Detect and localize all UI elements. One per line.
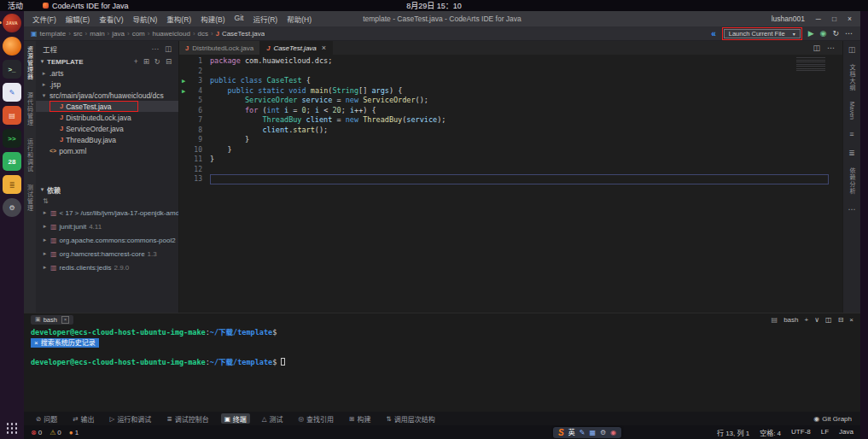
problems-errors[interactable]: ⊗ 0 bbox=[31, 429, 42, 436]
tree-item-pom.xml[interactable]: <>pom.xml bbox=[36, 145, 178, 156]
ime-logo[interactable]: S bbox=[558, 429, 564, 437]
editor-tab-CaseTest.java[interactable]: JCaseTest.java× bbox=[260, 41, 333, 55]
launch-config-dropdown[interactable]: Launch Current File ▾ bbox=[724, 29, 801, 38]
right-more-icon[interactable]: ⋯ bbox=[848, 205, 856, 214]
new-terminal-icon[interactable]: + bbox=[805, 316, 809, 324]
breadcrumb-item-template[interactable]: template bbox=[40, 30, 67, 38]
secondary-panel-icon[interactable]: ◫ bbox=[848, 45, 856, 54]
shell-selector[interactable]: bash bbox=[784, 316, 798, 324]
structure-icon[interactable]: ≡ bbox=[849, 130, 853, 138]
dock-firefox[interactable] bbox=[3, 37, 21, 56]
more-actions-icon[interactable]: ⋯ bbox=[151, 44, 159, 53]
collapse-chevron-icon[interactable]: « bbox=[711, 29, 716, 38]
panel-tab-test[interactable]: △测试 bbox=[259, 413, 287, 424]
dependency-item[interactable]: ▸▥org.apache.commons:commons-pool22.4.3 bbox=[36, 233, 178, 247]
kill-terminal-icon[interactable]: ⊟ bbox=[838, 316, 844, 324]
tree-item-.arts[interactable]: ▸.arts bbox=[36, 67, 178, 79]
collapse-all-icon[interactable]: ⊟ bbox=[166, 57, 172, 66]
terminal-dropdown-icon[interactable]: ∨ bbox=[814, 316, 819, 324]
ime-settings-icon[interactable]: ⚙ bbox=[600, 430, 606, 436]
split-terminal-icon[interactable]: ◫ bbox=[825, 316, 832, 324]
close-panel-icon[interactable]: × bbox=[849, 316, 853, 324]
breadcrumb-item-huaweicloud[interactable]: huaweicloud bbox=[152, 30, 189, 38]
breadcrumb-item-src[interactable]: src bbox=[73, 30, 83, 38]
dependency-item[interactable]: ▸▥< 17 > /usr/lib/jvm/java-17-openjdk-am… bbox=[36, 206, 178, 220]
menu-查看(V)[interactable]: 查看(V) bbox=[99, 14, 123, 24]
minimize-button[interactable]: ─ bbox=[816, 15, 821, 23]
more-run-actions-icon[interactable]: ⋯ bbox=[845, 30, 853, 38]
activity-tab-源代码管理[interactable]: 源代码管理 bbox=[25, 92, 36, 126]
dock-settings[interactable]: ⚙ bbox=[3, 198, 21, 217]
system-clock[interactable]: 8月29日 15：10 bbox=[406, 0, 462, 11]
focused-app-indicator[interactable]: CodeArts IDE for Java bbox=[43, 2, 129, 10]
more-editor-actions-icon[interactable]: ⋯ bbox=[827, 44, 835, 52]
dock-files[interactable]: ▤ bbox=[3, 106, 21, 125]
menu-文件(F)[interactable]: 文件(F) bbox=[32, 14, 56, 24]
status-eol[interactable]: LF bbox=[821, 428, 829, 437]
collapse-panel-icon[interactable]: ◫ bbox=[165, 44, 172, 53]
breadcrumb-item-main[interactable]: main bbox=[90, 30, 104, 38]
dock-text-editor[interactable]: ✎ bbox=[3, 83, 21, 102]
menu-帮助(H)[interactable]: 帮助(H) bbox=[287, 14, 312, 24]
git-graph-button[interactable]: ◉ Git Graph bbox=[813, 415, 860, 423]
problems-info[interactable]: ● 1 bbox=[69, 429, 79, 436]
user-account[interactable]: lushan001 bbox=[772, 15, 805, 23]
panel-tab-build[interactable]: ⊞构建 bbox=[346, 413, 374, 424]
activity-tab-运行和调试[interactable]: 运行和调试 bbox=[25, 138, 36, 173]
tree-item-DistributedLock.java[interactable]: JDistributedLock.java bbox=[36, 112, 178, 123]
panel-tab-debug-console[interactable]: ≣调试控制台 bbox=[163, 413, 212, 424]
dock-codearts-ide[interactable]: JAVA bbox=[3, 14, 21, 32]
panel-tab-run-debug[interactable]: ▷运行和调试 bbox=[107, 413, 155, 424]
status-line-col[interactable]: 行 13, 列 1 bbox=[717, 428, 749, 437]
minimap[interactable] bbox=[796, 57, 825, 71]
run-button[interactable]: ▶ bbox=[808, 30, 814, 38]
list-icon[interactable]: ≣ bbox=[848, 149, 855, 157]
breadcrumb-item-CaseTest.java[interactable]: CaseTest.java bbox=[222, 30, 265, 38]
activity-tab-资源管理器[interactable]: 资源管理器 bbox=[25, 46, 36, 80]
dock-notes[interactable]: ≣ bbox=[3, 175, 21, 194]
refresh-icon[interactable]: ↻ bbox=[154, 57, 160, 66]
panel-tab-terminal[interactable]: ▣终端 bbox=[221, 413, 250, 424]
breadcrumb-item-java[interactable]: java bbox=[112, 30, 125, 38]
new-file-icon[interactable]: + bbox=[134, 57, 138, 66]
editor-tab-DistributedLock.java[interactable]: JDistributedLock.java bbox=[179, 41, 260, 55]
breadcrumb-item-dcs[interactable]: dcs bbox=[198, 30, 208, 38]
debug-button[interactable]: ◉ bbox=[820, 30, 827, 38]
tree-item-ThreadBuy.java[interactable]: JThreadBuy.java bbox=[36, 134, 178, 145]
tree-item-src/main/java/com/huaweicloud/dcs[interactable]: ▾src/main/java/com/huaweicloud/dcs bbox=[36, 90, 178, 101]
maximize-button[interactable]: □ bbox=[832, 15, 836, 23]
menu-重构(R)[interactable]: 重构(R) bbox=[166, 14, 191, 24]
ime-keyboard-icon[interactable]: ▦ bbox=[589, 430, 596, 436]
close-button[interactable]: × bbox=[848, 15, 852, 23]
terminal-tab-bash[interactable]: ▣ bash × bbox=[31, 315, 73, 325]
maven-tab[interactable]: Maven bbox=[847, 102, 857, 120]
ime-toolbar[interactable]: S英✎▦⚙◉ bbox=[553, 427, 621, 438]
menu-导航(N)[interactable]: 导航(N) bbox=[133, 14, 158, 24]
code-editor[interactable]: 1package com.huaweicloud.dcs;2 3▶public … bbox=[179, 55, 842, 313]
status-spaces[interactable]: 空格: 4 bbox=[760, 428, 781, 437]
dependency-analysis-tab[interactable]: 依赖分析 bbox=[847, 167, 857, 195]
ime-suggestion-chip[interactable]: ×搜索系统历史记录 bbox=[31, 338, 99, 348]
show-apps-button[interactable] bbox=[6, 422, 19, 435]
problems-warnings[interactable]: ⚠ 0 bbox=[50, 429, 61, 436]
deps-section-header[interactable]: ▾ 依赖 bbox=[36, 184, 178, 196]
panel-tab-find-references[interactable]: ◎查找引用 bbox=[295, 413, 338, 424]
tree-item-ServiceOrder.java[interactable]: JServiceOrder.java bbox=[36, 123, 178, 134]
dependency-item[interactable]: ▸▥redis.clients:jedis2.9.0 bbox=[36, 260, 178, 274]
dock-terminal[interactable]: >_ bbox=[3, 60, 21, 79]
tree-item-CaseTest.java[interactable]: JCaseTest.java bbox=[36, 101, 178, 112]
tree-item-.jsp[interactable]: ▸.jsp bbox=[36, 79, 178, 90]
dependency-item[interactable]: ▸▥org.hamcrest:hamcrest-core1.3 bbox=[36, 247, 178, 260]
panel-tab-problems[interactable]: ⊘问题 bbox=[32, 413, 61, 424]
panel-tab-output[interactable]: ⇄输出 bbox=[69, 413, 97, 424]
activities-button[interactable]: 活动 bbox=[0, 0, 31, 11]
dock-dev-terminal[interactable]: >> bbox=[3, 129, 21, 148]
ime-skin-icon[interactable]: ◉ bbox=[610, 430, 616, 436]
tab-close-icon[interactable]: × bbox=[322, 44, 326, 52]
terminal-output[interactable]: developer@ecs-cloud-host-ubuntu-img-make… bbox=[24, 325, 860, 412]
menu-构建(B)[interactable]: 构建(B) bbox=[201, 14, 224, 24]
dock-tile-28[interactable]: 28 bbox=[3, 152, 21, 171]
status-language[interactable]: Java bbox=[839, 428, 853, 437]
panel-tab-call-hierarchy[interactable]: ⇅调用层次结构 bbox=[382, 413, 438, 424]
breadcrumb-item-com[interactable]: com bbox=[132, 30, 145, 38]
